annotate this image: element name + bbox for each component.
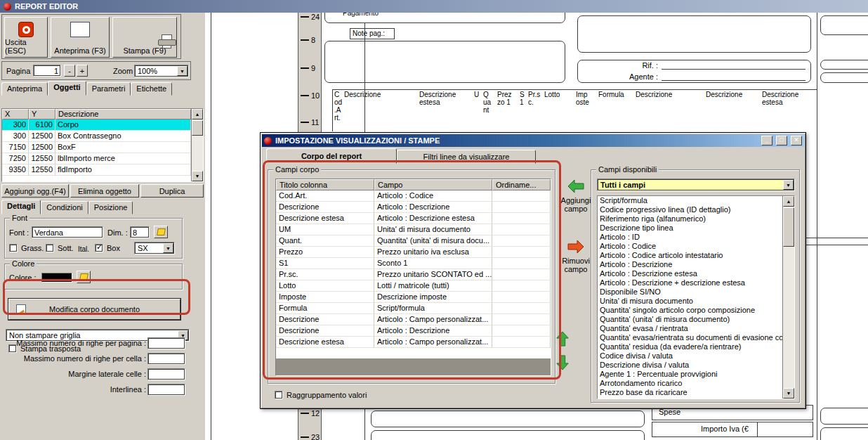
numeric-setting-input[interactable] (147, 384, 185, 396)
detail-tab[interactable]: Dettagli (1, 200, 41, 214)
zoom-label: Zoom (113, 67, 133, 75)
page-plus-button[interactable]: + (77, 65, 88, 77)
exit-button[interactable]: Uscita (ESC) (4, 17, 48, 58)
object-y: 12500 (29, 131, 55, 142)
numeric-setting-input[interactable] (147, 337, 185, 349)
page-minus-button[interactable]: - (64, 65, 75, 77)
scroll-up-icon[interactable]: ▲ (192, 109, 203, 119)
objects-scrollbar[interactable]: ▲ ▼ (191, 109, 203, 181)
available-field-item[interactable]: Codice progressivo linea (ID dettaglio) (598, 205, 783, 214)
scroll-thumb[interactable] (783, 207, 794, 247)
available-field-item[interactable]: Quantita' residua (da evadere/a rientrar… (598, 342, 783, 351)
numeric-setting-input[interactable] (147, 353, 185, 365)
main-tab[interactable]: Anteprima (1, 82, 48, 96)
available-field-item[interactable]: Unita' di misura documento (598, 297, 783, 306)
bottom-center-box-2 (371, 430, 645, 440)
bold-checkbox[interactable] (9, 244, 18, 252)
filter-dropdown-arrow-icon[interactable]: ▼ (783, 180, 794, 190)
dialog-titlebar[interactable]: IMPOSTAZIONE VISUALIZZAZIONI / STAMPE _ … (262, 134, 804, 147)
available-field-item[interactable]: Articolo : ID (598, 233, 783, 242)
zoom-dropdown-arrow-icon[interactable]: ▼ (177, 66, 188, 76)
font-size-input[interactable] (130, 226, 150, 238)
scroll-up-icon[interactable]: ▲ (783, 196, 794, 207)
available-field-item[interactable]: Disponibile SI/NO (598, 287, 783, 297)
object-x: 9350 (2, 164, 29, 176)
col-header-x[interactable]: X (2, 109, 29, 119)
ruler-number: 10 (311, 91, 320, 100)
box-checkbox[interactable] (95, 244, 103, 252)
page-zoom-bar: Pagina - + Zoom 100% ▼ (1, 61, 191, 80)
right-row-line-1 (806, 238, 868, 238)
minimize-icon[interactable]: _ (761, 136, 772, 145)
main-tab-strip: AnteprimaOggettiParametriEtichette (1, 81, 172, 96)
available-field-item[interactable]: Articolo : Descrizione + descrizione est… (598, 278, 783, 287)
scroll-down-icon[interactable]: ▼ (192, 171, 203, 181)
align-dropdown-arrow-icon[interactable]: ▼ (163, 243, 173, 253)
main-tab[interactable]: Oggetti (48, 81, 86, 96)
available-field-item[interactable]: Arrotondamento ricarico (598, 379, 783, 388)
delete-object-button[interactable]: Elimina oggetto (70, 184, 139, 198)
field-filter-combobox[interactable]: Tutti i campi ▼ (597, 179, 795, 191)
available-field-item[interactable]: Riferimento riga (alfanumerico) (598, 214, 783, 224)
left-tool-panel: Uscita (ESC) Anteprima (F3) Stampa (F9) … (0, 13, 205, 440)
available-field-item[interactable]: Articolo : Descrizione estesa (598, 269, 783, 278)
underline-checkbox[interactable] (46, 244, 54, 252)
numeric-setting-input[interactable] (147, 368, 185, 380)
available-field-item[interactable]: Descrizione divisa / valuta (598, 361, 783, 370)
available-field-item[interactable]: Codice divisa / valuta (598, 351, 783, 361)
available-field-item[interactable]: Agente 1 : Percentuale provvigioni (598, 370, 783, 379)
main-tab[interactable]: Parametri (86, 82, 131, 96)
remove-field-button[interactable]: Rimuovi campo (557, 238, 595, 273)
font-size-picker-button[interactable] (154, 226, 168, 238)
available-field-item[interactable]: Quantita' evasa/rientrata su documenti d… (598, 333, 783, 342)
duplicate-object-button[interactable]: Duplica (140, 184, 204, 198)
right-edge-box-bottom-2 (820, 427, 868, 440)
detail-tab[interactable]: Condizioni (41, 201, 88, 214)
object-row[interactable]: 7150 12500 BoxF (2, 142, 191, 153)
italic-label[interactable]: Ital. (78, 245, 89, 253)
available-field-item[interactable]: Quantita' (unita' di misura documento) (598, 315, 783, 324)
raggruppamento-checkbox[interactable] (275, 391, 283, 399)
available-field-item[interactable]: Articolo : Codice articolo intestatario (598, 251, 783, 260)
available-field-item[interactable]: Articolo : Codice (598, 242, 783, 251)
object-row[interactable]: 9350 12550 fldImporto (2, 164, 191, 176)
pagina-label: Pagina (6, 67, 30, 75)
add-object-button[interactable]: Aggiungi ogg.(F4) (1, 184, 69, 198)
ruler-number: 8 (311, 36, 315, 44)
ruler-number: 24 (311, 13, 320, 21)
available-field-item[interactable]: Script/formula (598, 196, 783, 205)
underline-checkbox-row: Sott. (46, 244, 74, 252)
preview-column-header: Descrizione estesa (762, 91, 798, 106)
scroll-down-icon[interactable]: ▼ (783, 388, 794, 399)
main-tab[interactable]: Etichette (131, 82, 172, 96)
detail-tab[interactable]: Posizione (88, 201, 133, 214)
available-field-item[interactable]: Quantita' evasa / rientrata (598, 324, 783, 333)
available-field-item[interactable]: Articolo : Descrizione (598, 260, 783, 269)
col-header-descrizione[interactable]: Descrizione (55, 109, 191, 119)
align-combobox[interactable]: SX ▼ (134, 242, 175, 254)
scroll-thumb[interactable] (192, 120, 203, 136)
ruler-tick: 12 (301, 409, 320, 418)
maximize-icon[interactable]: □ (776, 136, 787, 145)
object-row[interactable]: 300 6100 Corpo (2, 119, 191, 131)
available-field-item[interactable]: Prezzo base da ricaricare (598, 388, 783, 397)
object-row[interactable]: 7250 12550 lblImporto merce (2, 153, 191, 164)
col-header-y[interactable]: Y (29, 109, 55, 119)
green-left-arrow-icon (567, 178, 585, 195)
add-field-button[interactable]: Aggiungi campo (557, 178, 595, 213)
window-title: REPORT EDITOR (15, 2, 78, 11)
font-name-input[interactable] (32, 226, 103, 238)
print-button[interactable]: Stampa (F9) (112, 17, 177, 58)
ruler-dash (301, 95, 309, 96)
zoom-combobox[interactable]: 100% ▼ (134, 65, 189, 77)
report-editor-window: REPORT EDITOR 8 9 10 11 12 23 24 Pa (0, 0, 868, 440)
object-row[interactable]: 300 12500 Box Contrassegno (2, 131, 191, 142)
preview-button[interactable]: Anteprima (F3) (51, 17, 110, 58)
available-fields-scrollbar[interactable]: ▲ ▼ (782, 196, 794, 399)
available-field-item[interactable]: Quantita' singolo articolo corpo composi… (598, 306, 783, 315)
campi-disponibili-group: Campi disponibili Tutti i campi ▼ Script… (591, 169, 800, 403)
close-icon[interactable]: ✕ (791, 136, 802, 145)
rif-line (662, 69, 805, 70)
available-field-item[interactable]: Descrizione tipo linea (598, 224, 783, 233)
page-number-input[interactable] (33, 65, 61, 77)
